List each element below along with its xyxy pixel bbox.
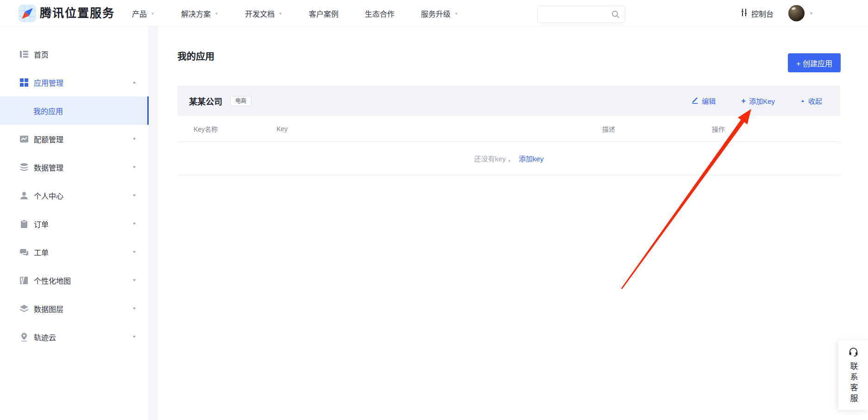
chevron-down-icon: ▼ — [132, 335, 137, 339]
sidebar-item-my-apps[interactable]: 我的应用 — [0, 96, 149, 125]
nav-item-product[interactable]: 产品▼ — [132, 8, 155, 19]
nav-item-solutions[interactable]: 解决方案▼ — [181, 8, 219, 19]
contact-support-button[interactable]: 联系客服 — [838, 340, 868, 410]
chevron-down-icon: ▼ — [132, 306, 137, 311]
edit-button[interactable]: 编辑 — [692, 96, 716, 106]
sidebar-item-orders[interactable]: 订单▼ — [0, 210, 149, 238]
map-icon — [19, 276, 29, 285]
grid-icon — [19, 78, 29, 87]
chevron-down-icon: ▼ — [132, 193, 137, 197]
contact-support-label: 联系客服 — [848, 362, 859, 405]
user-icon — [19, 191, 29, 200]
sidebar-item-tickets[interactable]: 工单▼ — [0, 238, 149, 266]
sidebar: 首页应用管理▲我的应用配额管理▼数据管理▼个人中心▼订单▼工单▼个性化地图▼数据… — [0, 26, 149, 420]
create-app-button[interactable]: + 创建应用 — [788, 53, 841, 72]
sidebar-item-custom-map[interactable]: 个性化地图▼ — [0, 266, 149, 294]
sidebar-item-label: 我的应用 — [33, 105, 63, 116]
pin-icon — [19, 332, 29, 342]
active-indicator-bar — [147, 96, 149, 125]
home-list-icon — [19, 50, 29, 59]
nav-item-label: 产品 — [132, 8, 147, 19]
chevron-down-icon: ▼ — [214, 11, 219, 15]
sidebar-item-label: 订单 — [34, 218, 49, 229]
tencent-location-logo-icon[interactable] — [19, 5, 36, 22]
empty-state-row: 还没有key ， 添加key — [177, 142, 840, 175]
sidebar-item-label: 首页 — [34, 49, 49, 60]
sidebar-item-personal-center[interactable]: 个人中心▼ — [0, 181, 149, 210]
add-key-button[interactable]: + 添加Key — [741, 96, 775, 106]
chevron-down-icon: ▼ — [151, 11, 155, 15]
headset-icon — [848, 346, 859, 359]
search-input[interactable] — [543, 6, 608, 23]
col-key-name: Key名称 — [194, 124, 218, 134]
sidebar-item-label: 轨迹云 — [34, 331, 56, 343]
col-description: 描述 — [602, 124, 615, 134]
chevron-down-icon: ▼ — [278, 11, 283, 15]
col-key: Key — [277, 125, 288, 133]
collapse-button[interactable]: ▲ 收起 — [800, 96, 822, 106]
chevron-down-icon: ▼ — [132, 278, 137, 282]
quota-icon — [19, 134, 29, 144]
nav-item-label: 开发文档 — [245, 8, 275, 19]
search-icon[interactable] — [611, 10, 620, 21]
nav-item-label: 解决方案 — [181, 8, 211, 19]
chevron-up-icon: ▲ — [132, 80, 137, 84]
chevron-down-icon: ▼ — [132, 165, 137, 169]
sidebar-item-data-layers[interactable]: 数据图层▼ — [0, 294, 149, 323]
nav-item-label: 客户案例 — [309, 8, 339, 19]
col-operations: 操作 — [712, 124, 725, 134]
app-type-badge: 电商 — [230, 96, 252, 106]
nav-item-dev-docs[interactable]: 开发文档▼ — [245, 8, 283, 19]
app-card: 某某公司 电商 编辑 + 添加Key ▲ — [177, 86, 840, 175]
search-box — [537, 6, 625, 23]
user-avatar[interactable] — [788, 5, 805, 21]
page-title: 我的应用 — [177, 49, 214, 63]
chevron-down-icon: ▼ — [132, 250, 137, 254]
chevron-up-icon: ▲ — [800, 99, 805, 103]
sidebar-item-label: 数据图层 — [34, 303, 63, 314]
console-button[interactable]: 控制台 — [740, 0, 774, 26]
main-nav: 产品▼解决方案▼开发文档▼客户案例生态合作服务升级▼ — [132, 0, 459, 26]
console-label: 控制台 — [751, 8, 774, 19]
key-table-header: Key名称 Key 描述 操作 — [177, 116, 840, 142]
sidebar-item-label: 应用管理 — [34, 77, 63, 88]
layers-icon — [19, 304, 29, 313]
nav-item-eco[interactable]: 生态合作 — [365, 8, 395, 19]
app-card-header: 某某公司 电商 编辑 + 添加Key ▲ — [177, 86, 840, 116]
avatar-chevron-down-icon[interactable]: ▼ — [809, 11, 813, 16]
add-key-link[interactable]: 添加key — [519, 153, 543, 163]
sliders-icon — [740, 8, 748, 19]
main-content: 我的应用 + 创建应用 某某公司 电商 编辑 + 添加Key — [159, 26, 868, 420]
sidebar-item-label: 个性化地图 — [34, 275, 71, 286]
sidebar-item-home[interactable]: 首页 — [0, 40, 149, 68]
chevron-down-icon: ▼ — [132, 137, 137, 141]
sidebar-item-data-management[interactable]: 数据管理▼ — [0, 153, 149, 181]
topbar: 腾讯位置服务 产品▼解决方案▼开发文档▼客户案例生态合作服务升级▼ 控制台 ▼ — [0, 0, 868, 26]
chat-icon — [19, 248, 29, 257]
sidebar-item-label: 数据管理 — [34, 162, 63, 173]
chevron-down-icon: ▼ — [454, 11, 459, 15]
nav-item-cases[interactable]: 客户案例 — [309, 8, 339, 19]
sidebar-item-label: 配额管理 — [34, 134, 63, 145]
chevron-down-icon: ▼ — [132, 222, 137, 226]
app-card-actions: 编辑 + 添加Key ▲ 收起 — [692, 96, 822, 106]
sidebar-item-label: 个人中心 — [34, 190, 63, 201]
nav-item-label: 服务升级 — [421, 8, 451, 19]
sidebar-scrollbar-track — [150, 26, 158, 420]
brand-title: 腾讯位置服务 — [40, 0, 115, 26]
plus-icon: + — [741, 97, 746, 105]
sidebar-item-track-cloud[interactable]: 轨迹云▼ — [0, 323, 149, 351]
sidebar-item-label: 工单 — [34, 247, 49, 258]
database-icon — [19, 163, 29, 172]
nav-item-label: 生态合作 — [365, 8, 395, 19]
empty-state-text: 还没有key ， — [474, 153, 515, 163]
clipboard-icon — [19, 219, 29, 229]
sidebar-item-quota[interactable]: 配额管理▼ — [0, 125, 149, 153]
app-name: 某某公司 — [189, 95, 222, 107]
pencil-icon — [692, 96, 698, 105]
nav-item-upgrade[interactable]: 服务升级▼ — [421, 8, 459, 19]
sidebar-item-app-management[interactable]: 应用管理▲ — [0, 68, 149, 96]
